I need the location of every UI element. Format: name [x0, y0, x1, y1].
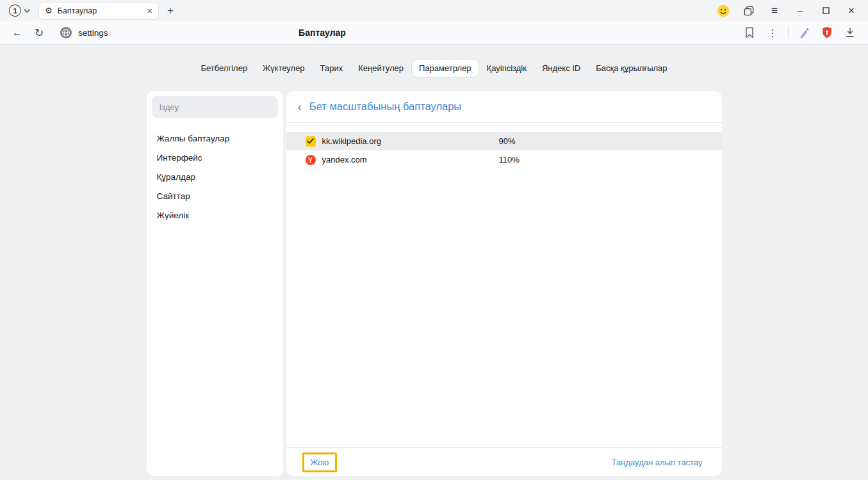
toolbar-divider — [788, 27, 789, 38]
page-zoom-panel: ‹ Бет масштабының баптаулары kk.wikipedi… — [286, 91, 722, 476]
browser-tab-bar: 1 ⚙ Баптаулар × + ≡ – × — [0, 0, 868, 21]
browser-toolbar: ← ↻ settings Баптаулар ⋮ — [0, 21, 868, 45]
downloads-icon[interactable] — [839, 24, 862, 41]
protect-shield-icon[interactable] — [815, 24, 839, 41]
site-name: yandex.com — [322, 155, 499, 164]
settings-search[interactable] — [152, 96, 278, 118]
tab-count-badge: 1 — [9, 4, 21, 17]
tab-title: Баптаулар — [58, 6, 142, 15]
chevron-down-icon — [24, 9, 30, 13]
reload-icon[interactable]: ↻ — [28, 26, 50, 40]
nav-tab-bookmarks[interactable]: Бетбелгілер — [193, 59, 255, 77]
sidebar-item-system[interactable]: Жүйелік — [152, 206, 278, 225]
tab-group-button[interactable]: 1 — [6, 4, 33, 17]
yandex-favicon: Y — [306, 155, 316, 165]
zoom-value: 110% — [499, 155, 520, 164]
more-options-icon[interactable]: ⋮ — [761, 24, 784, 41]
check-icon — [307, 138, 314, 144]
sidebar-item-sites[interactable]: Сайттар — [152, 187, 278, 205]
browser-tab-settings[interactable]: ⚙ Баптаулар × — [39, 3, 158, 19]
all-tabs-icon[interactable] — [736, 3, 762, 19]
maximize-icon — [823, 7, 830, 14]
new-tab-button[interactable]: + — [162, 3, 179, 19]
page-title: Бет масштабының баптаулары — [309, 100, 461, 113]
maximize-button[interactable] — [813, 2, 839, 20]
settings-content: Жалпы баптаулар Интерфейс Құралдар Сайтт… — [147, 91, 722, 476]
delete-button[interactable]: Жою — [302, 452, 338, 472]
nav-tab-yandex-id[interactable]: Яндекс ID — [534, 59, 588, 77]
site-name: kk.wikipedia.org — [322, 136, 499, 146]
pen-icon[interactable] — [792, 24, 815, 41]
plus-points-icon[interactable] — [710, 3, 736, 19]
nav-tab-other-devices[interactable]: Басқа құрылғылар — [588, 59, 675, 77]
nav-tab-security[interactable]: Қауіпсіздік — [479, 59, 534, 77]
gear-icon: ⚙ — [45, 6, 53, 15]
panel-header: ‹ Бет масштабының баптаулары — [286, 91, 722, 123]
address-input[interactable]: settings — [78, 28, 108, 38]
sidebar-item-tools[interactable]: Құралдар — [152, 168, 278, 186]
table-row[interactable]: kk.wikipedia.org 90% — [286, 132, 722, 150]
settings-nav-tabs: Бетбелгілер Жүктеулер Тарих Кеңейтулер П… — [0, 59, 868, 77]
zoom-value: 90% — [499, 136, 516, 146]
panel-footer: Жою Таңдаудан алып тастау — [286, 447, 722, 476]
table-row[interactable]: Y yandex.com 110% — [286, 150, 722, 169]
toolbar-page-title: Баптаулар — [299, 28, 346, 38]
minimize-button[interactable]: – — [787, 2, 813, 20]
settings-sidebar: Жалпы баптаулар Интерфейс Құралдар Сайтт… — [147, 91, 283, 476]
bookmark-icon[interactable] — [738, 24, 761, 41]
zoom-sites-list: kk.wikipedia.org 90% Y yandex.com 110% — [286, 132, 722, 447]
tab-close-icon[interactable]: × — [147, 6, 152, 16]
nav-tab-downloads[interactable]: Жүктеулер — [255, 59, 313, 77]
deselect-link[interactable]: Таңдаудан алып тастау — [612, 458, 703, 467]
sidebar-item-general[interactable]: Жалпы баптаулар — [152, 129, 278, 148]
close-button[interactable]: × — [839, 2, 864, 20]
menu-icon[interactable]: ≡ — [762, 3, 787, 19]
back-icon[interactable]: ← — [6, 26, 28, 39]
row-checkbox-checked[interactable] — [306, 136, 316, 147]
nav-tab-extensions[interactable]: Кеңейтулер — [350, 59, 411, 77]
nav-tab-settings[interactable]: Параметрлер — [411, 59, 479, 77]
nav-tab-history[interactable]: Тарих — [313, 59, 351, 77]
back-chevron-icon[interactable]: ‹ — [297, 100, 303, 113]
sidebar-item-interface[interactable]: Интерфейс — [152, 148, 278, 167]
search-input[interactable] — [160, 102, 270, 112]
site-badge-icon[interactable] — [59, 26, 73, 40]
